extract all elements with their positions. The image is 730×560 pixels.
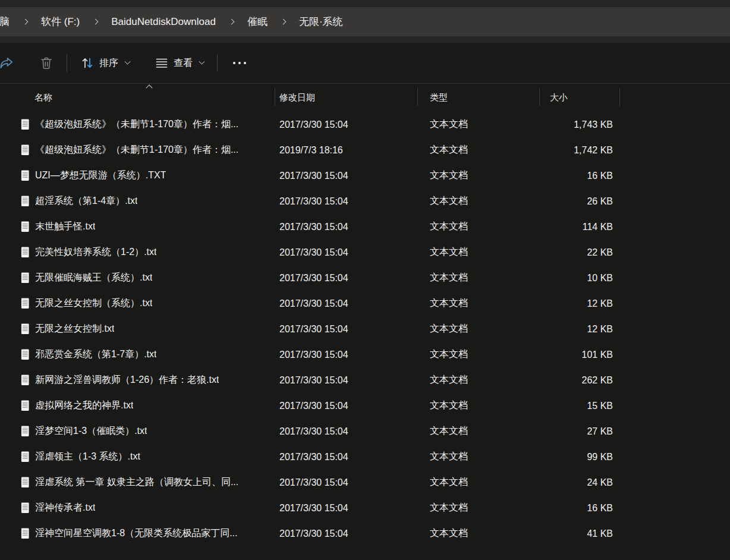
table-row[interactable]: 无限之丝女控制.txt 2017/3/30 15:04 文本文档 12 KB: [0, 316, 730, 342]
table-row[interactable]: 邪恶赏金系统（第1-7章）.txt 2017/3/30 15:04 文本文档 1…: [0, 342, 730, 367]
file-name-cell: 《超级泡妞系统》（未删节1-170章）作者：烟...: [21, 137, 270, 163]
file-name: 《超级泡妞系统》（未删节1-170章）作者：烟...: [35, 118, 238, 131]
file-date-modified: 2017/3/30 15:04: [279, 188, 413, 214]
table-row[interactable]: 淫神空间星空调教1-8（无限类系统极品家丁同... 2017/3/30 15:0…: [0, 521, 730, 546]
file-size: 12 KB: [538, 291, 613, 316]
sort-button-label: 排序: [99, 57, 118, 70]
table-row[interactable]: 《超级泡妞系统》（未删节1-170章）作者：烟... 2017/3/30 15:…: [0, 112, 730, 137]
breadcrumb-item-baidunetdiskdownload[interactable]: BaiduNetdiskDownload: [106, 13, 221, 31]
text-file-icon: [21, 323, 30, 335]
sort-button[interactable]: 排序: [74, 51, 136, 75]
file-name: 淫神空间星空调教1-8（无限类系统极品家丁同...: [35, 527, 237, 540]
file-name-cell: 淫梦空间1-3（催眠类）.txt: [21, 419, 270, 444]
toolbar-divider: [67, 54, 67, 72]
column-divider[interactable]: [275, 88, 275, 106]
text-file-icon: [21, 247, 30, 258]
text-file-icon: [21, 477, 30, 488]
file-size: 15 KB: [538, 393, 613, 419]
file-size: 16 KB: [538, 163, 613, 188]
file-name-cell: 《超级泡妞系统》（未删节1-170章）作者：烟...: [21, 112, 270, 137]
file-size: 1,743 KB: [538, 112, 613, 137]
column-header-size[interactable]: 大小: [550, 92, 568, 103]
table-row[interactable]: 无限之丝女控制（系统）.txt 2017/3/30 15:04 文本文档 12 …: [0, 291, 730, 316]
file-size: 12 KB: [538, 316, 613, 342]
column-divider[interactable]: [417, 88, 418, 106]
table-row[interactable]: 超淫系统（第1-4章）.txt 2017/3/30 15:04 文本文档 26 …: [0, 188, 730, 214]
text-file-icon: [21, 426, 30, 437]
file-type: 文本文档: [430, 444, 534, 470]
share-button[interactable]: [0, 51, 20, 75]
text-file-icon: [21, 298, 30, 309]
file-name: 虚拟网络之我的神界.txt: [35, 399, 133, 412]
table-row[interactable]: 新网游之淫兽调教师（1-26）作者：老狼.txt 2017/3/30 15:04…: [0, 367, 730, 393]
file-name-cell: 新网游之淫兽调教师（1-26）作者：老狼.txt: [21, 367, 270, 393]
file-name-cell: 无限催眠海贼王（系统）.txt: [21, 265, 270, 291]
breadcrumb-item-this-pc[interactable]: 脑: [0, 12, 15, 32]
text-file-icon: [21, 196, 30, 207]
breadcrumb: 脑 软件 (F:) BaiduNetdiskDownload 催眠 无限·系统: [0, 7, 730, 36]
text-file-icon: [21, 451, 30, 463]
table-row[interactable]: UZI—梦想无限游（系统）.TXT 2017/3/30 15:04 文本文档 1…: [0, 163, 730, 188]
file-type: 文本文档: [430, 495, 534, 521]
file-type: 文本文档: [430, 188, 534, 214]
table-row[interactable]: 末世触手怪.txt 2017/3/30 15:04 文本文档 114 KB: [0, 214, 730, 240]
see-more-button[interactable]: [225, 56, 254, 70]
file-name: 淫虐系统 第一章 奴隶主之路（调教女上司、同...: [35, 476, 238, 489]
breadcrumb-item-cuimian[interactable]: 催眠: [242, 12, 273, 32]
column-divider[interactable]: [539, 88, 540, 106]
file-type: 文本文档: [430, 137, 534, 163]
file-name: 无限之丝女控制.txt: [35, 323, 114, 335]
file-name-cell: 末世触手怪.txt: [21, 214, 270, 240]
file-name: 《超级泡妞系统》（未删节1-170章）作者：烟...: [35, 144, 238, 156]
file-size: 22 KB: [538, 240, 613, 265]
file-name: 末世触手怪.txt: [35, 221, 95, 233]
table-row[interactable]: 《超级泡妞系统》（未删节1-170章）作者：烟... 2019/7/3 18:1…: [0, 137, 730, 163]
file-size: 114 KB: [538, 214, 613, 240]
file-size: 24 KB: [538, 470, 613, 495]
delete-button[interactable]: [33, 51, 59, 75]
text-file-icon: [21, 349, 30, 360]
table-row[interactable]: 淫梦空间1-3（催眠类）.txt 2017/3/30 15:04 文本文档 27…: [0, 419, 730, 444]
file-name: 无限催眠海贼王（系统）.txt: [35, 272, 152, 284]
view-button-label: 查看: [174, 57, 193, 70]
column-header-date-modified[interactable]: 修改日期: [279, 92, 315, 103]
command-toolbar: 排序 查看: [0, 43, 730, 84]
file-date-modified: 2017/3/30 15:04: [279, 214, 413, 240]
file-date-modified: 2017/3/30 15:04: [279, 393, 413, 419]
table-row[interactable]: 淫虐领主（1-3 系统）.txt 2017/3/30 15:04 文本文档 99…: [0, 444, 730, 470]
chevron-right-icon: [23, 19, 29, 25]
breadcrumb-item-drive-f[interactable]: 软件 (F:): [36, 12, 85, 32]
file-type: 文本文档: [430, 521, 534, 546]
view-button[interactable]: 查看: [149, 51, 210, 75]
toolbar-divider: [217, 54, 218, 72]
file-type: 文本文档: [430, 419, 534, 444]
table-row[interactable]: 完美性奴培养系统（1-2）.txt 2017/3/30 15:04 文本文档 2…: [0, 240, 730, 265]
file-name-cell: 超淫系统（第1-4章）.txt: [21, 188, 270, 214]
file-name-cell: 无限之丝女控制.txt: [21, 316, 270, 342]
text-file-icon: [21, 375, 30, 386]
share-icon: [0, 55, 14, 71]
file-type: 文本文档: [430, 342, 534, 367]
file-type: 文本文档: [430, 240, 534, 265]
file-type: 文本文档: [430, 265, 534, 291]
chevron-right-icon: [93, 19, 99, 25]
file-name-cell: 淫神传承者.txt: [21, 495, 270, 521]
table-row[interactable]: 淫神传承者.txt 2017/3/30 15:04 文本文档 16 KB: [0, 495, 730, 521]
column-header-type[interactable]: 类型: [430, 92, 448, 103]
table-row[interactable]: 无限催眠海贼王（系统）.txt 2017/3/30 15:04 文本文档 10 …: [0, 265, 730, 291]
column-header-name[interactable]: 名称: [34, 92, 52, 103]
file-name: 邪恶赏金系统（第1-7章）.txt: [35, 348, 156, 361]
address-bar-gap: [0, 36, 730, 43]
file-date-modified: 2017/3/30 15:04: [279, 265, 413, 291]
table-row[interactable]: 淫虐系统 第一章 奴隶主之路（调教女上司、同... 2017/3/30 15:0…: [0, 470, 730, 495]
breadcrumb-item-current-folder[interactable]: 无限·系统: [294, 12, 348, 32]
column-divider[interactable]: [619, 88, 620, 106]
file-date-modified: 2017/3/30 15:04: [279, 291, 413, 316]
view-list-icon: [155, 56, 169, 70]
text-file-icon: [21, 502, 30, 514]
file-type: 文本文档: [430, 163, 534, 188]
file-date-modified: 2017/3/30 15:04: [279, 367, 413, 393]
table-row[interactable]: 虚拟网络之我的神界.txt 2017/3/30 15:04 文本文档 15 KB: [0, 393, 730, 419]
text-file-icon: [21, 170, 30, 181]
file-date-modified: 2017/3/30 15:04: [279, 163, 413, 188]
